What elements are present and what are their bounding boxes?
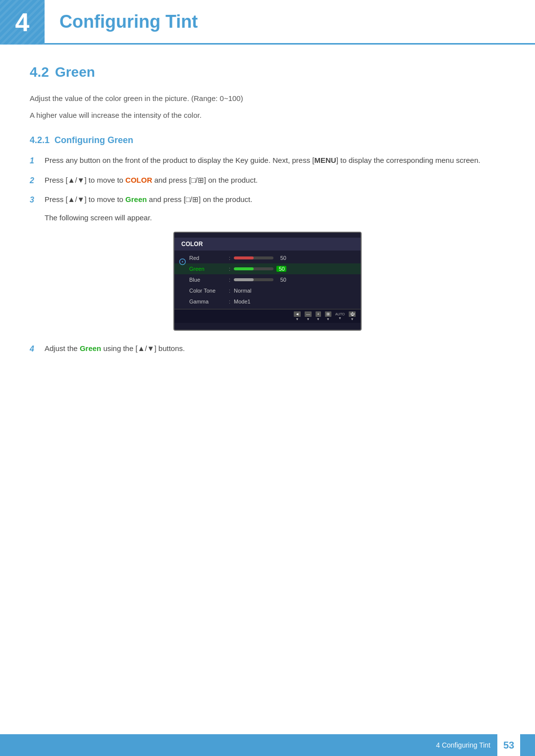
step-3-green: Green — [125, 195, 147, 203]
osd-label-gamma: Gamma — [189, 299, 229, 304]
step-2-num: 2 — [30, 174, 38, 187]
chapter-number: 4 — [15, 7, 30, 37]
osd-row-gamma: Gamma : Mode1 — [174, 296, 361, 307]
osd-btn-auto-arrow: ▼ — [338, 316, 342, 320]
step-3: 3 Press [▲/▼] to move to Green and press… — [30, 194, 505, 206]
osd-label-red: Red — [189, 255, 229, 261]
osd-btn-enter-icon: ⊞ — [325, 311, 331, 317]
osd-label-blue: Blue — [189, 277, 229, 283]
osd-row-green: Green : 50 — [174, 263, 361, 274]
osd-btn-left-arrow: ▼ — [296, 317, 299, 321]
step-3-subtext: The following screen will appear. — [45, 213, 505, 222]
osd-icon: ⊙ — [178, 255, 187, 267]
section-name: Green — [55, 64, 95, 80]
osd-btn-left-icon: ◄ — [294, 311, 301, 317]
osd-bar-fill-red — [234, 256, 254, 259]
chapter-title: Configuring Tint — [59, 11, 198, 32]
subsection-number: 4.2.1 — [30, 135, 50, 145]
page-footer: 4 Configuring Tint 53 — [0, 734, 535, 756]
osd-btn-plus: + ▼ — [316, 311, 321, 321]
monitor-wrapper: COLOR ⊙ Red : — [173, 232, 362, 331]
osd-btn-enter-arrow: ▼ — [326, 317, 330, 321]
osd-bar-fill-green — [234, 267, 254, 270]
monitor-screen: COLOR ⊙ Red : — [173, 232, 362, 331]
step-3-num: 3 — [30, 194, 38, 206]
osd-btn-plus-arrow: ▼ — [317, 317, 320, 321]
osd-value-green: 50 — [276, 266, 286, 272]
osd-bar-green: 50 — [234, 266, 354, 272]
step-1: 1 Press any button on the front of the p… — [30, 154, 505, 167]
osd-btn-power-icon: ⏻ — [349, 311, 356, 317]
footer-page-number: 53 — [497, 734, 520, 756]
osd-btn-left: ◄ ▼ — [294, 311, 301, 321]
osd-bar-blue: 50 — [234, 277, 354, 283]
osd-value-gamma: Mode1 — [234, 299, 251, 304]
page-header: 4 Configuring Tint — [0, 0, 535, 45]
osd-btn-power: ⏻ ▼ — [349, 311, 356, 321]
osd-rows: ⊙ Red : 50 — [174, 251, 361, 309]
footer-text: 4 Configuring Tint — [436, 741, 490, 749]
step-4: 4 Adjust the Green using the [▲/▼] butto… — [30, 343, 505, 355]
osd-bar-bg-red — [234, 256, 273, 259]
subsection-title: 4.2.1 Configuring Green — [30, 135, 505, 146]
steps-list: 1 Press any button on the front of the p… — [30, 154, 505, 206]
step-4-num: 4 — [30, 343, 38, 355]
step-3-text: Press [▲/▼] to move to Green and press [… — [45, 194, 505, 206]
osd-btn-minus-icon: — — [305, 311, 312, 317]
subsection-name: Configuring Green — [54, 135, 133, 145]
step-2: 2 Press [▲/▼] to move to COLOR and press… — [30, 174, 505, 187]
osd-bottom-bar: ◄ ▼ — ▼ + ▼ ⊞ ▼ — [174, 309, 361, 323]
osd-value-colortone: Normal — [234, 288, 251, 294]
osd-menu: COLOR ⊙ Red : — [174, 233, 361, 323]
osd-value-red: 50 — [276, 255, 286, 261]
osd-bar-red: 50 — [234, 255, 354, 261]
osd-label-green: Green — [189, 266, 229, 272]
osd-row-colortone: Color Tone : Normal — [174, 285, 361, 296]
osd-btn-auto: AUTO ▼ — [335, 312, 345, 320]
osd-value-blue: 50 — [276, 277, 286, 283]
step-2-color: COLOR — [125, 176, 152, 184]
chapter-title-area: Configuring Tint — [45, 0, 535, 45]
osd-btn-auto-label: AUTO — [335, 312, 345, 316]
step-4-text: Adjust the Green using the [▲/▼] buttons… — [45, 343, 505, 355]
osd-btn-plus-icon: + — [316, 311, 321, 317]
content-area: 4.2 Green Adjust the value of the color … — [0, 64, 535, 355]
monitor-container: COLOR ⊙ Red : — [30, 232, 505, 331]
steps-list-2: 4 Adjust the Green using the [▲/▼] butto… — [30, 343, 505, 355]
chapter-number-box: 4 — [0, 0, 45, 45]
step-1-keyword: MENU — [314, 156, 336, 164]
section-number: 4.2 — [30, 64, 49, 80]
osd-btn-minus-arrow: ▼ — [307, 317, 310, 321]
osd-btn-power-arrow: ▼ — [351, 317, 354, 321]
section-title: 4.2 Green — [30, 64, 505, 80]
step-4-green: Green — [80, 344, 101, 353]
step-1-text: Press any button on the front of the pro… — [45, 154, 505, 167]
osd-bar-fill-blue — [234, 278, 254, 281]
step-2-text: Press [▲/▼] to move to COLOR and press [… — [45, 174, 505, 187]
osd-bar-bg-blue — [234, 278, 273, 281]
osd-label-colortone: Color Tone — [189, 288, 229, 294]
osd-row-blue: Blue : 50 — [174, 274, 361, 285]
step-1-num: 1 — [30, 154, 38, 167]
section-desc2: A higher value will increase the intensi… — [30, 109, 505, 121]
osd-btn-enter: ⊞ ▼ — [325, 311, 331, 321]
osd-btn-minus: — ▼ — [305, 311, 312, 321]
section-desc1: Adjust the value of the color green in t… — [30, 93, 505, 104]
osd-row-red: Red : 50 — [174, 252, 361, 263]
osd-title: COLOR — [174, 238, 361, 251]
osd-bar-bg-green — [234, 267, 273, 270]
